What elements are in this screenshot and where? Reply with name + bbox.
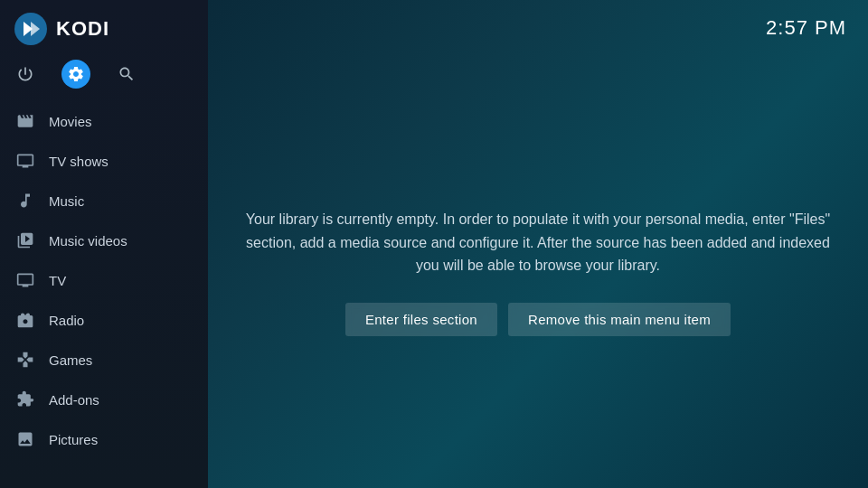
- content-area: Your library is currently empty. In orde…: [208, 56, 868, 488]
- library-empty-text: Your library is currently empty. In orde…: [244, 208, 832, 277]
- app-title: KODI: [56, 17, 109, 41]
- nav-menu: Movies TV shows Music Music videos TV: [0, 101, 208, 488]
- top-bar: 2:57 PM: [208, 0, 868, 56]
- enter-files-button[interactable]: Enter files section: [345, 303, 497, 336]
- sidebar-label-music: Music: [49, 193, 84, 209]
- sidebar-label-tv-shows: TV shows: [49, 154, 108, 169]
- action-buttons: Enter files section Remove this main men…: [244, 303, 832, 336]
- sidebar-label-add-ons: Add-ons: [49, 392, 99, 408]
- addons-icon: [14, 389, 36, 410]
- sidebar-item-games[interactable]: Games: [0, 340, 208, 380]
- music-icon: [14, 190, 36, 211]
- power-button[interactable]: [11, 60, 40, 89]
- sidebar-label-games: Games: [49, 352, 92, 368]
- tv-icon: [14, 269, 36, 291]
- sidebar-item-music[interactable]: Music: [0, 181, 208, 221]
- sidebar-item-add-ons[interactable]: Add-ons: [0, 380, 208, 419]
- sidebar-item-pictures[interactable]: Pictures: [0, 419, 208, 459]
- sidebar-item-tv-shows[interactable]: TV shows: [0, 141, 208, 181]
- time-display: 2:57 PM: [766, 16, 846, 40]
- sidebar-label-radio: Radio: [49, 313, 84, 328]
- pictures-icon: [14, 428, 36, 450]
- kodi-logo-icon: [14, 13, 47, 45]
- radio-icon: [14, 309, 36, 331]
- remove-menu-item-button[interactable]: Remove this main menu item: [508, 303, 731, 336]
- movies-icon: [14, 110, 36, 132]
- sidebar-label-music-videos: Music videos: [49, 233, 127, 249]
- sidebar-label-movies: Movies: [49, 114, 92, 129]
- sidebar-item-radio[interactable]: Radio: [0, 300, 208, 340]
- main-content: 2:57 PM Your library is currently empty.…: [208, 0, 868, 488]
- search-button[interactable]: [112, 60, 141, 89]
- empty-library-message: Your library is currently empty. In orde…: [244, 208, 832, 336]
- games-icon: [14, 349, 36, 371]
- settings-button[interactable]: [61, 60, 90, 89]
- sidebar-label-pictures: Pictures: [49, 432, 98, 447]
- sidebar-label-tv: TV: [49, 273, 66, 288]
- sidebar: KODI Movies TV shows: [0, 0, 208, 488]
- tv-shows-icon: [14, 150, 36, 172]
- app-header: KODI: [0, 0, 208, 54]
- music-videos-icon: [14, 230, 36, 251]
- top-icon-bar: [0, 54, 208, 101]
- sidebar-item-tv[interactable]: TV: [0, 260, 208, 300]
- sidebar-item-music-videos[interactable]: Music videos: [0, 221, 208, 260]
- sidebar-item-movies[interactable]: Movies: [0, 101, 208, 141]
